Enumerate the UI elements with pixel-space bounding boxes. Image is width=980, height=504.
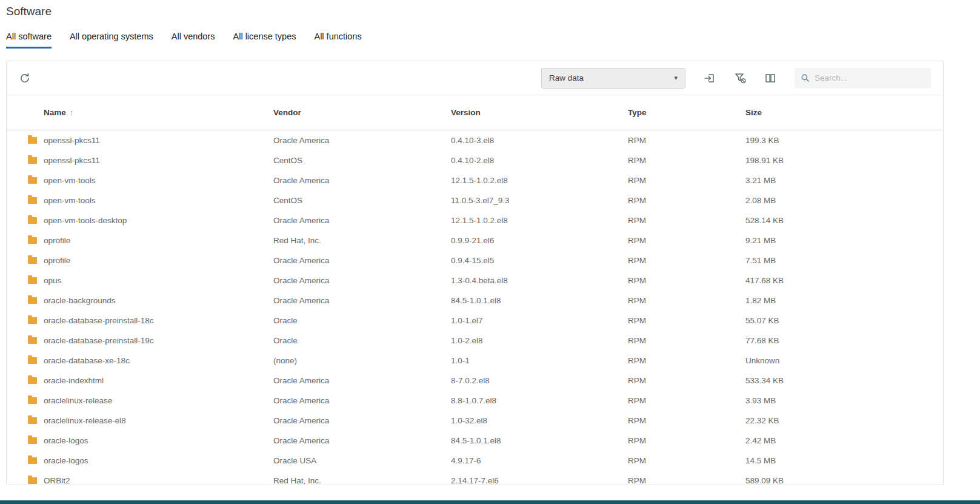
table-row[interactable]: opusOracle America1.3-0.4.beta.el8RPM417…: [7, 270, 943, 291]
table-row[interactable]: open-vm-toolsCentOS11.0.5-3.el7_9.3RPM2.…: [7, 190, 943, 210]
export-button[interactable]: [702, 71, 717, 86]
table-row[interactable]: oracle-indexhtmlOracle America8-7.0.2.el…: [7, 371, 943, 391]
tab-all-license-types[interactable]: All license types: [233, 30, 296, 49]
cell-vendor: Red Hat, Inc.: [273, 236, 451, 245]
cell-type: RPM: [628, 236, 745, 245]
column-header-size[interactable]: Size: [745, 108, 943, 117]
cell-name: open-vm-tools-desktop: [44, 216, 273, 225]
tab-bar: All softwareAll operating systemsAll ven…: [6, 30, 362, 49]
chevron-down-icon: ▾: [674, 74, 678, 82]
table-row[interactable]: oprofileOracle America0.9.4-15.el5RPM7.5…: [7, 250, 943, 270]
cell-vendor: Oracle America: [273, 176, 451, 185]
cell-size: 528.14 KB: [745, 216, 943, 225]
cell-version: 0.4.10-3.el8: [451, 136, 628, 145]
cell-type: RPM: [628, 136, 745, 145]
table-row[interactable]: oracle-database-xe-18c(none)1.0-1RPMUnkn…: [7, 351, 943, 371]
cell-name: oraclelinux-release: [44, 396, 273, 405]
cell-version: 84.5-1.0.1.el8: [451, 296, 628, 305]
search-icon: [801, 73, 810, 83]
table-row[interactable]: oracle-logosOracle USA4.9.17-6RPM14.5 MB: [7, 451, 943, 471]
tab-all-functions[interactable]: All functions: [314, 30, 361, 49]
cell-size: 589.09 KB: [745, 476, 943, 485]
columns-button[interactable]: [763, 71, 778, 86]
cell-version: 1.0-32.el8: [451, 416, 628, 425]
cell-vendor: Oracle America: [273, 276, 451, 285]
table-row[interactable]: oraclelinux-releaseOracle America8.8-1.0…: [7, 391, 943, 411]
table-row[interactable]: oracle-backgroundsOracle America84.5-1.0…: [7, 291, 943, 311]
cell-vendor: Oracle America: [273, 416, 451, 425]
cell-size: 2.42 MB: [745, 436, 943, 445]
cell-type: RPM: [628, 436, 745, 445]
tab-all-software[interactable]: All software: [6, 30, 52, 49]
view-select[interactable]: Raw data ▾: [541, 68, 685, 89]
cell-size: 9.21 MB: [745, 236, 943, 245]
folder-icon: [28, 437, 44, 444]
cell-type: RPM: [628, 176, 745, 185]
table-row[interactable]: oraclelinux-release-el8Oracle America1.0…: [7, 411, 943, 431]
cell-version: 1.0-1.el7: [451, 316, 628, 325]
cell-version: 1.0-1: [451, 356, 628, 365]
column-header-name[interactable]: Name↑: [44, 108, 273, 117]
search-box: [795, 68, 931, 89]
cell-size: 199.3 KB: [745, 136, 943, 145]
folder-icon: [28, 137, 44, 144]
cell-type: RPM: [628, 276, 745, 285]
table-row[interactable]: open-vm-toolsOracle America12.1.5-1.0.2.…: [7, 170, 943, 190]
cell-name: oracle-logos: [44, 436, 273, 445]
table-row[interactable]: oracle-logosOracle America84.5-1.0.1.el8…: [7, 431, 943, 451]
table-header-row: Name↑VendorVersionTypeSize: [7, 95, 943, 130]
cell-type: RPM: [628, 336, 745, 345]
table-row[interactable]: openssl-pkcs11Oracle America0.4.10-3.el8…: [7, 130, 943, 150]
folder-icon: [28, 197, 44, 204]
tab-all-operating-systems[interactable]: All operating systems: [70, 30, 153, 49]
column-header-type[interactable]: Type: [628, 108, 745, 117]
cell-type: RPM: [628, 196, 745, 205]
folder-icon: [28, 337, 44, 344]
table-row[interactable]: oprofileRed Hat, Inc.0.9.9-21.el6RPM9.21…: [7, 230, 943, 250]
cell-vendor: (none): [273, 356, 451, 365]
cell-vendor: CentOS: [273, 156, 451, 165]
column-header-vendor[interactable]: Vendor: [273, 108, 451, 117]
cell-vendor: Oracle: [273, 316, 451, 325]
cell-vendor: Oracle America: [273, 256, 451, 265]
cell-size: 3.93 MB: [745, 396, 943, 405]
cell-name: openssl-pkcs11: [44, 156, 273, 165]
cell-name: oracle-database-preinstall-19c: [44, 336, 273, 345]
cell-version: 12.1.5-1.0.2.el8: [451, 216, 628, 225]
cell-type: RPM: [628, 156, 745, 165]
footer-bar: [0, 500, 980, 504]
clear-filter-button[interactable]: [733, 71, 747, 86]
cell-vendor: Oracle America: [273, 296, 451, 305]
folder-icon: [28, 217, 44, 224]
cell-type: RPM: [628, 476, 745, 485]
table-row[interactable]: open-vm-tools-desktopOracle America12.1.…: [7, 210, 943, 230]
cell-version: 1.3-0.4.beta.el8: [451, 276, 628, 285]
column-header-version[interactable]: Version: [451, 108, 628, 117]
table-row[interactable]: ORBit2Red Hat, Inc.2.14.17-7.el6RPM589.0…: [7, 471, 943, 485]
sort-asc-icon: ↑: [70, 109, 73, 117]
cell-version: 1.0-2.el8: [451, 336, 628, 345]
cell-vendor: Oracle USA: [273, 456, 451, 465]
table-row[interactable]: openssl-pkcs11CentOS0.4.10-2.el8RPM198.9…: [7, 150, 943, 170]
cell-vendor: Oracle America: [273, 436, 451, 445]
search-input[interactable]: [815, 73, 925, 82]
table-row[interactable]: oracle-database-preinstall-18cOracle1.0-…: [7, 311, 943, 331]
cell-size: Unknown: [745, 356, 943, 365]
toolbar-right-group: Raw data ▾: [541, 68, 931, 89]
cell-name: open-vm-tools: [44, 176, 273, 185]
folder-icon: [28, 317, 44, 324]
cell-size: 1.82 MB: [745, 296, 943, 305]
cell-type: RPM: [628, 256, 745, 265]
cell-size: 22.32 KB: [745, 416, 943, 425]
folder-icon: [28, 457, 44, 464]
table-body: openssl-pkcs11Oracle America0.4.10-3.el8…: [7, 130, 943, 485]
cell-size: 3.21 MB: [745, 176, 943, 185]
tab-all-vendors[interactable]: All vendors: [172, 30, 215, 49]
refresh-icon: [19, 72, 31, 84]
refresh-button[interactable]: [18, 71, 32, 86]
table-row[interactable]: oracle-database-preinstall-19cOracle1.0-…: [7, 331, 943, 351]
folder-icon: [28, 157, 44, 164]
columns-icon: [764, 72, 776, 84]
cell-vendor: Oracle America: [273, 376, 451, 385]
cell-name: oracle-indexhtml: [44, 376, 273, 385]
